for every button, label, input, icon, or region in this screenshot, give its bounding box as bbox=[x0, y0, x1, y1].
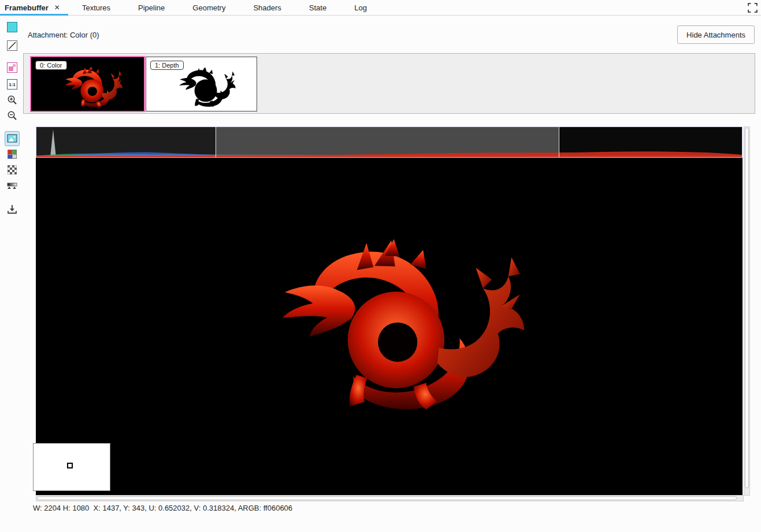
alpha-background-button[interactable] bbox=[5, 38, 20, 53]
status-bar: W: 2204 H: 1080 X: 1437, Y: 343, U: 0.65… bbox=[33, 504, 292, 512]
zoom-in-icon bbox=[7, 95, 17, 105]
tab-pipeline[interactable]: Pipeline bbox=[124, 0, 179, 15]
attachment-badge: 1: Depth bbox=[150, 61, 184, 70]
rendered-dragon-image bbox=[220, 202, 537, 424]
texture-viewport[interactable] bbox=[36, 158, 743, 495]
tab-label: Framebuffer bbox=[5, 3, 49, 12]
alpha-diagonal-icon bbox=[7, 40, 17, 51]
attachment-thumbnail-depth[interactable]: 1: Depth bbox=[146, 57, 257, 111]
hide-attachments-button[interactable]: Hide Attachments bbox=[677, 25, 755, 44]
save-icon bbox=[7, 204, 17, 214]
tab-framebuffer[interactable]: Framebuffer ✕ bbox=[0, 0, 68, 15]
tab-state[interactable]: State bbox=[295, 0, 340, 15]
color-swatch-icon bbox=[7, 22, 17, 32]
one-to-one-icon: 1:1 bbox=[7, 79, 17, 90]
zoom-in-button[interactable] bbox=[5, 92, 20, 107]
tab-shaders[interactable]: Shaders bbox=[239, 0, 295, 15]
checkerboard-icon bbox=[8, 165, 17, 174]
attachment-badge: 0: Color bbox=[35, 61, 67, 70]
range-bar-icon bbox=[7, 181, 17, 190]
fit-window-button[interactable] bbox=[5, 60, 20, 75]
range-bar-button[interactable] bbox=[5, 178, 20, 193]
horizontal-scrollbar-thumb[interactable] bbox=[37, 496, 737, 500]
tab-bar: Framebuffer ✕ Textures Pipeline Geometry… bbox=[0, 0, 761, 16]
image-view-icon bbox=[7, 134, 17, 143]
image-view-button[interactable] bbox=[5, 131, 20, 146]
tab-log[interactable]: Log bbox=[340, 0, 381, 15]
actual-size-button[interactable]: 1:1 bbox=[5, 77, 20, 92]
attachment-thumbnail-color[interactable]: 0: Color bbox=[30, 56, 145, 112]
rgb-channels-button[interactable] bbox=[5, 147, 20, 162]
tab-textures[interactable]: Textures bbox=[68, 0, 124, 15]
histogram-plot bbox=[36, 127, 742, 157]
pixel-marker bbox=[67, 463, 73, 468]
tab-geometry[interactable]: Geometry bbox=[179, 0, 239, 15]
vertical-scrollbar[interactable] bbox=[744, 127, 750, 496]
zoom-out-icon bbox=[7, 110, 17, 121]
color-swatch-button[interactable] bbox=[5, 20, 20, 35]
vertical-scrollbar-thumb[interactable] bbox=[745, 128, 749, 488]
framebuffer-viewer-window: Framebuffer ✕ Textures Pipeline Geometry… bbox=[0, 0, 761, 532]
close-tab-icon[interactable]: ✕ bbox=[54, 3, 60, 12]
pixel-context-view bbox=[33, 443, 110, 491]
zoom-out-button[interactable] bbox=[5, 108, 20, 123]
horizontal-scrollbar[interactable] bbox=[36, 495, 744, 501]
histogram-range-bar[interactable] bbox=[36, 127, 743, 158]
fit-window-icon bbox=[7, 62, 17, 73]
checkerboard-background-button[interactable] bbox=[5, 162, 20, 177]
fullscreen-icon[interactable] bbox=[748, 3, 758, 13]
attachments-strip: 0: Color 1: Depth bbox=[23, 53, 755, 114]
attachment-label: Attachment: Color (0) bbox=[28, 31, 99, 39]
save-button[interactable] bbox=[5, 202, 20, 217]
rgb-channels-icon bbox=[8, 150, 17, 159]
